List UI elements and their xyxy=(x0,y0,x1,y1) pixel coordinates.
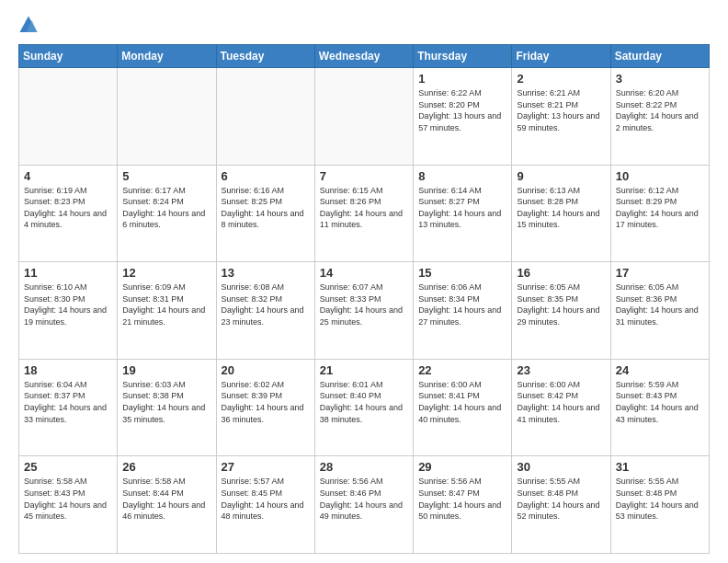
day-number: 20 xyxy=(222,363,310,377)
day-info: Sunrise: 6:16 AMSunset: 8:25 PMDaylight:… xyxy=(222,185,310,231)
week-row-1: 1Sunrise: 6:22 AMSunset: 8:20 PMDaylight… xyxy=(19,68,710,166)
day-info: Sunrise: 6:05 AMSunset: 8:36 PMDaylight:… xyxy=(616,282,704,327)
day-cell-31: 31Sunrise: 5:55 AMSunset: 8:48 PMDayligh… xyxy=(610,456,709,554)
day-cell-14: 14Sunrise: 6:07 AMSunset: 8:33 PMDayligh… xyxy=(314,262,413,360)
day-info: Sunrise: 6:20 AMSunset: 8:22 PMDaylight:… xyxy=(616,87,704,133)
day-info: Sunrise: 5:57 AMSunset: 8:45 PMDaylight:… xyxy=(222,476,310,522)
page: SundayMondayTuesdayWednesdayThursdayFrid… xyxy=(0,0,728,563)
day-number: 15 xyxy=(418,266,506,280)
col-header-friday: Friday xyxy=(512,45,610,68)
day-cell-empty-0-1 xyxy=(118,68,216,166)
day-info: Sunrise: 6:07 AMSunset: 8:33 PMDaylight:… xyxy=(320,282,408,327)
day-number: 8 xyxy=(418,169,506,183)
day-info: Sunrise: 6:06 AMSunset: 8:34 PMDaylight:… xyxy=(418,282,506,327)
day-cell-empty-0-0 xyxy=(19,68,118,166)
day-number: 18 xyxy=(24,363,112,377)
day-cell-empty-0-3 xyxy=(314,68,413,166)
day-cell-12: 12Sunrise: 6:09 AMSunset: 8:31 PMDayligh… xyxy=(118,262,216,360)
day-cell-28: 28Sunrise: 5:56 AMSunset: 8:46 PMDayligh… xyxy=(314,456,413,554)
day-cell-11: 11Sunrise: 6:10 AMSunset: 8:30 PMDayligh… xyxy=(19,262,118,360)
day-cell-8: 8Sunrise: 6:14 AMSunset: 8:27 PMDaylight… xyxy=(414,165,512,262)
day-info: Sunrise: 6:04 AMSunset: 8:37 PMDaylight:… xyxy=(24,379,112,425)
day-info: Sunrise: 6:22 AMSunset: 8:20 PMDaylight:… xyxy=(418,87,506,133)
col-header-tuesday: Tuesday xyxy=(216,45,314,68)
day-number: 17 xyxy=(616,266,704,280)
day-info: Sunrise: 6:03 AMSunset: 8:38 PMDaylight:… xyxy=(122,379,210,425)
day-number: 16 xyxy=(517,266,605,280)
day-number: 31 xyxy=(616,460,704,474)
day-number: 19 xyxy=(122,363,210,377)
col-header-wednesday: Wednesday xyxy=(314,45,413,68)
day-info: Sunrise: 5:55 AMSunset: 8:48 PMDaylight:… xyxy=(517,476,605,522)
day-cell-24: 24Sunrise: 5:59 AMSunset: 8:43 PMDayligh… xyxy=(610,359,709,456)
day-number: 26 xyxy=(122,460,210,474)
day-cell-19: 19Sunrise: 6:03 AMSunset: 8:38 PMDayligh… xyxy=(118,359,216,456)
day-info: Sunrise: 6:15 AMSunset: 8:26 PMDaylight:… xyxy=(320,185,408,231)
calendar-header-row: SundayMondayTuesdayWednesdayThursdayFrid… xyxy=(19,45,710,68)
day-number: 7 xyxy=(320,169,408,183)
day-cell-13: 13Sunrise: 6:08 AMSunset: 8:32 PMDayligh… xyxy=(216,262,314,360)
day-number: 9 xyxy=(517,169,605,183)
day-info: Sunrise: 6:13 AMSunset: 8:28 PMDaylight:… xyxy=(517,185,605,231)
day-cell-30: 30Sunrise: 5:55 AMSunset: 8:48 PMDayligh… xyxy=(512,456,610,554)
day-info: Sunrise: 6:08 AMSunset: 8:32 PMDaylight:… xyxy=(222,282,310,327)
day-number: 3 xyxy=(616,72,704,86)
day-info: Sunrise: 6:17 AMSunset: 8:24 PMDaylight:… xyxy=(122,185,210,231)
day-info: Sunrise: 5:58 AMSunset: 8:43 PMDaylight:… xyxy=(24,476,112,522)
day-info: Sunrise: 6:00 AMSunset: 8:42 PMDaylight:… xyxy=(517,379,605,425)
day-cell-5: 5Sunrise: 6:17 AMSunset: 8:24 PMDaylight… xyxy=(118,165,216,262)
day-cell-empty-0-2 xyxy=(216,68,314,166)
week-row-4: 18Sunrise: 6:04 AMSunset: 8:37 PMDayligh… xyxy=(19,359,710,456)
day-number: 23 xyxy=(517,363,605,377)
day-info: Sunrise: 6:01 AMSunset: 8:40 PMDaylight:… xyxy=(320,379,408,425)
day-cell-6: 6Sunrise: 6:16 AMSunset: 8:25 PMDaylight… xyxy=(216,165,314,262)
day-info: Sunrise: 6:14 AMSunset: 8:27 PMDaylight:… xyxy=(418,185,506,231)
day-cell-7: 7Sunrise: 6:15 AMSunset: 8:26 PMDaylight… xyxy=(314,165,413,262)
day-cell-15: 15Sunrise: 6:06 AMSunset: 8:34 PMDayligh… xyxy=(414,262,512,360)
day-number: 12 xyxy=(122,266,210,280)
day-info: Sunrise: 6:00 AMSunset: 8:41 PMDaylight:… xyxy=(418,379,506,425)
day-info: Sunrise: 6:02 AMSunset: 8:39 PMDaylight:… xyxy=(222,379,310,425)
day-cell-9: 9Sunrise: 6:13 AMSunset: 8:28 PMDaylight… xyxy=(512,165,610,262)
day-cell-26: 26Sunrise: 5:58 AMSunset: 8:44 PMDayligh… xyxy=(118,456,216,554)
day-info: Sunrise: 6:19 AMSunset: 8:23 PMDaylight:… xyxy=(24,185,112,231)
logo-icon xyxy=(18,15,39,35)
day-number: 14 xyxy=(320,266,408,280)
logo xyxy=(18,15,42,35)
col-header-monday: Monday xyxy=(118,45,216,68)
day-number: 5 xyxy=(122,169,210,183)
week-row-5: 25Sunrise: 5:58 AMSunset: 8:43 PMDayligh… xyxy=(19,456,710,554)
day-number: 24 xyxy=(616,363,704,377)
day-number: 29 xyxy=(418,460,506,474)
day-info: Sunrise: 5:56 AMSunset: 8:46 PMDaylight:… xyxy=(320,476,408,522)
col-header-thursday: Thursday xyxy=(414,45,512,68)
day-number: 10 xyxy=(616,169,704,183)
day-cell-22: 22Sunrise: 6:00 AMSunset: 8:41 PMDayligh… xyxy=(414,359,512,456)
day-number: 27 xyxy=(222,460,310,474)
day-info: Sunrise: 6:12 AMSunset: 8:29 PMDaylight:… xyxy=(616,185,704,231)
day-info: Sunrise: 5:59 AMSunset: 8:43 PMDaylight:… xyxy=(616,379,704,425)
week-row-2: 4Sunrise: 6:19 AMSunset: 8:23 PMDaylight… xyxy=(19,165,710,262)
day-cell-16: 16Sunrise: 6:05 AMSunset: 8:35 PMDayligh… xyxy=(512,262,610,360)
day-cell-29: 29Sunrise: 5:56 AMSunset: 8:47 PMDayligh… xyxy=(414,456,512,554)
day-number: 21 xyxy=(320,363,408,377)
day-number: 4 xyxy=(24,169,112,183)
day-cell-21: 21Sunrise: 6:01 AMSunset: 8:40 PMDayligh… xyxy=(314,359,413,456)
day-number: 25 xyxy=(24,460,112,474)
day-number: 11 xyxy=(24,266,112,280)
day-number: 2 xyxy=(517,72,605,86)
day-number: 28 xyxy=(320,460,408,474)
week-row-3: 11Sunrise: 6:10 AMSunset: 8:30 PMDayligh… xyxy=(19,262,710,360)
day-cell-3: 3Sunrise: 6:20 AMSunset: 8:22 PMDaylight… xyxy=(610,68,709,166)
day-number: 1 xyxy=(418,72,506,86)
day-cell-20: 20Sunrise: 6:02 AMSunset: 8:39 PMDayligh… xyxy=(216,359,314,456)
calendar-table: SundayMondayTuesdayWednesdayThursdayFrid… xyxy=(18,44,710,554)
day-cell-17: 17Sunrise: 6:05 AMSunset: 8:36 PMDayligh… xyxy=(610,262,709,360)
day-number: 22 xyxy=(418,363,506,377)
day-cell-4: 4Sunrise: 6:19 AMSunset: 8:23 PMDaylight… xyxy=(19,165,118,262)
day-info: Sunrise: 5:55 AMSunset: 8:48 PMDaylight:… xyxy=(616,476,704,522)
header xyxy=(18,15,710,35)
col-header-sunday: Sunday xyxy=(19,45,118,68)
day-info: Sunrise: 6:09 AMSunset: 8:31 PMDaylight:… xyxy=(122,282,210,327)
day-number: 13 xyxy=(222,266,310,280)
